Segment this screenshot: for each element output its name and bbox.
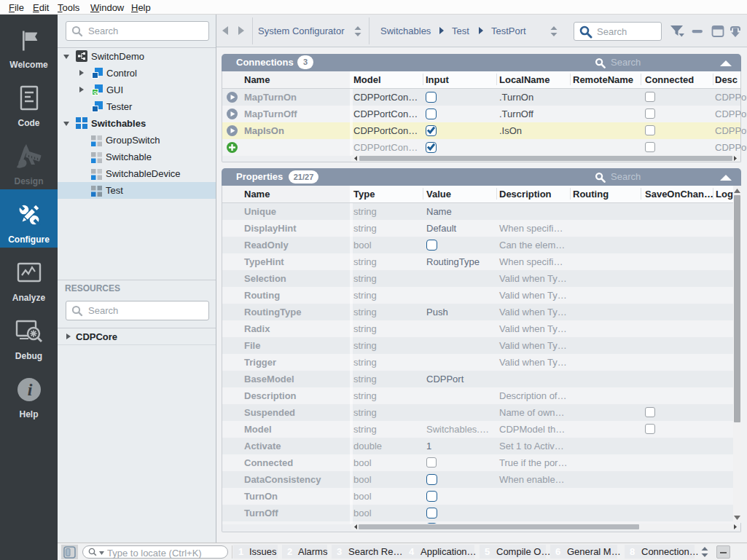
svg-text:Qt: Qt <box>93 90 98 95</box>
svg-text:i: i <box>27 380 32 399</box>
